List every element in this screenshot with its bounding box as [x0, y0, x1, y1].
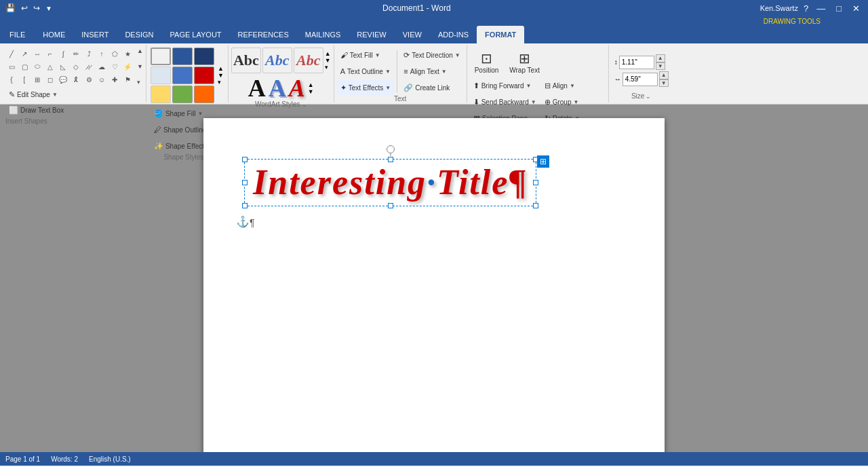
rotate-handle[interactable] [387, 145, 395, 153]
a-scroll-down[interactable]: ▼ [308, 88, 314, 95]
text-direction-dropdown[interactable]: ▼ [455, 52, 460, 58]
swatch-4[interactable] [151, 67, 171, 84]
tab-references[interactable]: REFERENCES [230, 26, 297, 43]
swatch-1[interactable] [151, 48, 171, 65]
shapes-scroll-up[interactable]: ▲ [137, 48, 143, 54]
shape-smiley[interactable]: ☺ [96, 73, 108, 86]
quick-access-dropdown[interactable]: ▼ [45, 5, 52, 12]
shape-callout-line[interactable]: ⤴ [83, 48, 95, 60]
edit-shape-button[interactable]: ✎ Edit Shape ▼ [5, 87, 143, 102]
text-fill-dropdown[interactable]: ▼ [375, 52, 380, 58]
swatch-3[interactable] [194, 48, 214, 65]
big-a-blue[interactable]: A [269, 76, 286, 100]
shape-diamond[interactable]: ◇ [70, 60, 82, 73]
align-dropdown[interactable]: ▼ [570, 83, 575, 89]
tab-insert[interactable]: INSERT [73, 26, 117, 43]
styles-scroll-down[interactable]: ▼ [218, 72, 224, 79]
text-outline-button[interactable]: A Text Outline ▼ [337, 64, 394, 79]
shape-curve[interactable]: ∫ [57, 48, 69, 60]
shape-triangle[interactable]: △ [44, 60, 56, 73]
group-dropdown[interactable]: ▼ [573, 99, 578, 105]
tab-review[interactable]: REVIEW [349, 26, 394, 43]
send-backward-dropdown[interactable]: ▼ [531, 99, 536, 105]
shape-cylinder[interactable]: ⌭ [83, 60, 95, 73]
restore-button[interactable]: □ [833, 3, 844, 14]
shape-lightning[interactable]: ⚡ [121, 60, 134, 73]
shape-bracket[interactable]: [ [18, 73, 31, 86]
tab-mailings[interactable]: MAILINGS [297, 26, 349, 43]
swatch-5[interactable] [172, 67, 193, 84]
shape-arrow[interactable]: ↗ [18, 48, 31, 60]
shape-flowchart[interactable]: ◻ [44, 73, 56, 86]
width-spin-up[interactable]: ▲ [659, 71, 669, 79]
swatch-7[interactable] [151, 86, 171, 103]
big-a-black[interactable]: A [248, 76, 266, 100]
shape-equal[interactable]: ⊞ [31, 73, 43, 86]
text-outline-dropdown[interactable]: ▼ [385, 69, 391, 75]
shape-heart[interactable]: ♡ [108, 60, 121, 73]
shape-brace[interactable]: { [5, 73, 18, 86]
close-button[interactable]: ✕ [850, 3, 863, 14]
handle-middle-left[interactable] [242, 180, 248, 185]
draw-textbox-button[interactable]: ⬜ Draw Text Box [5, 102, 143, 117]
a-scroll-up[interactable]: ▲ [308, 81, 314, 88]
styles-scroll-up[interactable]: ▲ [218, 65, 224, 72]
width-input[interactable] [623, 73, 658, 86]
shape-ribbon[interactable]: 🎗 [70, 73, 82, 86]
shape-star[interactable]: ★ [121, 48, 134, 60]
height-spin-down[interactable]: ▼ [656, 62, 665, 71]
shape-oval[interactable]: ⬭ [31, 60, 43, 73]
swatch-2[interactable] [172, 48, 193, 65]
create-link-button[interactable]: 🔗 Create Link [400, 80, 464, 95]
tab-view[interactable]: VIEW [395, 26, 430, 43]
wordart-scroll-down[interactable]: ▼ [325, 57, 331, 64]
textbox[interactable]: ⊞ Interesting·Title¶ [244, 159, 536, 206]
shape-round-rect[interactable]: ▢ [18, 60, 31, 73]
position-button[interactable]: ⊡ Position [470, 48, 504, 77]
wordart-style-2[interactable]: Abc [262, 48, 292, 73]
text-direction-button[interactable]: ⟳ Text Direction ▼ [400, 48, 464, 62]
size-expand-icon[interactable]: ⌄ [646, 93, 651, 100]
shape-callout[interactable]: 💬 [57, 73, 69, 86]
height-input[interactable] [619, 56, 654, 69]
swatch-8[interactable] [172, 86, 193, 103]
styles-scroll-expand[interactable]: ▾ [218, 79, 224, 86]
text-effects-button[interactable]: ✦ Text Effects ▼ [337, 80, 394, 95]
shape-fill-dropdown[interactable]: ▼ [197, 111, 203, 117]
handle-top-middle[interactable] [388, 157, 393, 162]
minimize-button[interactable]: — [814, 3, 828, 14]
swatch-6[interactable] [194, 67, 214, 84]
shape-pentagon[interactable]: ⬠ [108, 48, 121, 60]
bring-forward-dropdown[interactable]: ▼ [526, 83, 532, 89]
wordart-scroll-up[interactable]: ▲ [325, 50, 331, 57]
handle-bottom-right[interactable] [533, 203, 538, 208]
quick-access-redo[interactable]: ↪ [33, 3, 40, 13]
shape-up-arrow[interactable]: ↑ [96, 48, 108, 60]
wordart-expand-icon[interactable]: ⌄ [302, 101, 307, 108]
align-button[interactable]: ⊟ Align ▼ [541, 78, 583, 93]
quick-access-undo[interactable]: ↩ [21, 3, 28, 13]
handle-bottom-left[interactable] [242, 203, 248, 208]
swatch-9[interactable] [194, 86, 214, 103]
big-a-red[interactable]: A [289, 76, 305, 100]
shape-gear[interactable]: ⚙ [83, 73, 95, 86]
shapes-scroll-expand[interactable]: ▾ [137, 79, 143, 86]
wordart-scroll-expand[interactable]: ▾ [325, 64, 331, 71]
text-fill-button[interactable]: 🖌 Text Fill ▼ [337, 48, 394, 62]
handle-middle-right[interactable] [533, 180, 538, 185]
shape-right-triangle[interactable]: ◺ [57, 60, 69, 73]
layout-options-icon[interactable]: ⊞ [537, 155, 549, 168]
shape-action[interactable]: ⚑ [121, 73, 134, 86]
send-backward-button[interactable]: ⬇ Send Backward ▼ [470, 94, 540, 109]
wordart-style-1[interactable]: Abc [231, 48, 261, 73]
edit-shape-dropdown-icon[interactable]: ▼ [52, 92, 58, 98]
handle-bottom-middle[interactable] [388, 203, 393, 208]
tab-add-ins[interactable]: ADD-INS [430, 26, 477, 43]
help-icon[interactable]: ? [804, 3, 808, 14]
tab-home[interactable]: HOME [35, 26, 73, 43]
tab-format[interactable]: FORMAT [477, 26, 524, 43]
shapes-scroll-down[interactable]: ▼ [137, 63, 143, 70]
text-effects-dropdown[interactable]: ▼ [385, 85, 391, 91]
group-button[interactable]: ⊕ Group ▼ [541, 94, 583, 109]
shape-rect[interactable]: ▭ [5, 60, 18, 73]
